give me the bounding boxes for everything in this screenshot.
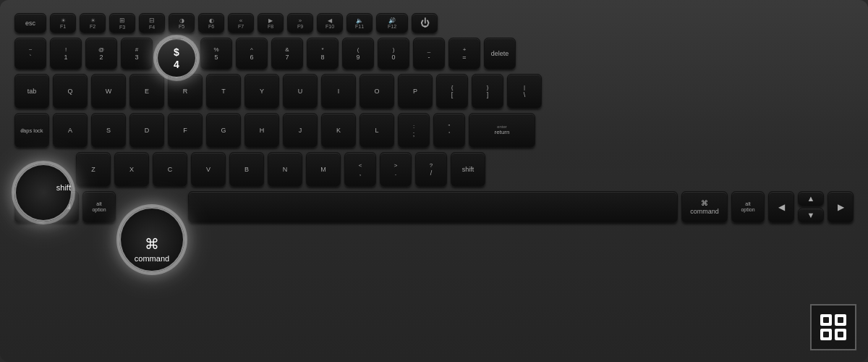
key-l[interactable]: L (359, 113, 394, 148)
key-f12[interactable]: 🔊F12 (376, 13, 408, 33)
key-i[interactable]: I (321, 74, 356, 109)
key-f8[interactable]: ▶F8 (258, 13, 284, 33)
key-f3[interactable]: ⊞F3 (109, 13, 135, 33)
key-b[interactable]: B (229, 152, 264, 187)
key-lbracket[interactable]: {[ (436, 74, 468, 109)
key-f4[interactable]: ⊟F4 (139, 13, 165, 33)
key-backslash[interactable]: |\ (507, 74, 542, 109)
key-semicolon[interactable]: :; (398, 113, 430, 148)
key-arrow-right[interactable]: ▶ (827, 191, 854, 223)
key-shift-left-highlighted[interactable]: shift (14, 164, 72, 222)
svg-rect-6 (823, 332, 829, 337)
key-0[interactable]: )0 (378, 38, 409, 70)
key-arrow-up[interactable]: ▲ (798, 191, 824, 206)
key-rbracket[interactable]: }] (472, 74, 503, 109)
key-period[interactable]: >. (380, 152, 412, 187)
key-c[interactable]: C (153, 152, 187, 187)
key-u[interactable]: U (283, 74, 318, 109)
key-s[interactable]: S (91, 113, 126, 148)
key-command-left-highlighted[interactable]: ⌘ command (119, 207, 184, 272)
key-comma[interactable]: <, (344, 152, 376, 187)
svg-rect-4 (823, 317, 829, 323)
key-f11[interactable]: 🔈F11 (346, 13, 373, 33)
asdf-row: caps lock A S D F G H J K L :; "' enter … (14, 113, 854, 148)
svg-rect-7 (838, 332, 843, 337)
key-caps-lock[interactable]: caps lock (14, 113, 49, 148)
key-y[interactable]: Y (244, 74, 279, 109)
key-t[interactable]: T (206, 74, 241, 109)
key-1[interactable]: !1 (50, 38, 82, 70)
key-q[interactable]: Q (53, 74, 88, 109)
key-a[interactable]: A (53, 113, 88, 148)
key-v[interactable]: V (191, 152, 226, 187)
key-j[interactable]: J (283, 113, 318, 148)
watermark-icon (817, 311, 849, 343)
key-x[interactable]: X (114, 152, 149, 187)
key-f6[interactable]: ◐F6 (198, 13, 224, 33)
key-h[interactable]: H (244, 113, 279, 148)
key-g[interactable]: G (206, 113, 241, 148)
key-arrow-left[interactable]: ◀ (768, 191, 794, 223)
key-8[interactable]: *8 (307, 38, 339, 70)
key-equals[interactable]: += (448, 38, 480, 70)
key-command-right[interactable]: ⌘ command (681, 191, 728, 223)
key-z[interactable]: Z (76, 152, 111, 187)
number-key-row: ~` !1 @2 #3 $ 4 %5 ^6 &7 *8 (14, 38, 854, 70)
key-option-right[interactable]: altoption (731, 191, 765, 223)
key-p[interactable]: P (398, 74, 433, 109)
key-f1[interactable]: ☀F1 (50, 13, 76, 33)
key-o[interactable]: O (359, 74, 394, 109)
key-f7[interactable]: «F7 (228, 13, 254, 33)
keyboard: esc ☀F1 ☀F2 ⊞F3 ⊟F4 ◑F5 ◐F6 «F7 ▶F8 »F9 … (0, 0, 868, 362)
key-delete[interactable]: delete (484, 38, 516, 70)
key-4-highlighted[interactable]: $ 4 (156, 38, 197, 78)
key-m[interactable]: M (306, 152, 341, 187)
key-enter[interactable]: enter return (469, 113, 535, 148)
key-e[interactable]: E (129, 74, 164, 109)
key-6[interactable]: ^6 (236, 38, 268, 70)
key-f5[interactable]: ◑F5 (169, 13, 195, 33)
function-key-row: esc ☀F1 ☀F2 ⊞F3 ⊟F4 ◑F5 ◐F6 «F7 ▶F8 »F9 … (14, 13, 854, 33)
qwerty-row: tab Q W E R T Y U I O P {[ }] |\ (14, 74, 854, 109)
key-space[interactable] (188, 191, 678, 223)
key-f9[interactable]: »F9 (287, 13, 313, 33)
key-r[interactable]: R (168, 74, 203, 109)
key-f2[interactable]: ☀F2 (80, 13, 106, 33)
key-minus[interactable]: _- (413, 38, 445, 70)
key-9[interactable]: (9 (342, 38, 374, 70)
key-option-left[interactable]: altoption (82, 191, 116, 223)
key-esc[interactable]: esc (14, 13, 46, 33)
key-2[interactable]: @2 (85, 38, 117, 70)
key-tab[interactable]: tab (14, 74, 49, 109)
watermark-logo (810, 304, 856, 350)
key-quote[interactable]: "' (433, 113, 465, 148)
key-n[interactable]: N (268, 152, 302, 187)
key-arrow-down[interactable]: ▼ (798, 208, 824, 223)
key-3[interactable]: #3 (121, 38, 153, 70)
key-f10[interactable]: ◀F10 (317, 13, 343, 33)
zxcv-row: shift Z X C V B N M <, >. ?/ shift (14, 152, 854, 187)
key-power[interactable]: ⏻ (412, 13, 438, 33)
key-k[interactable]: K (321, 113, 356, 148)
key-d[interactable]: D (129, 113, 164, 148)
key-f[interactable]: F (168, 113, 203, 148)
key-5[interactable]: %5 (200, 38, 232, 70)
key-slash[interactable]: ?/ (415, 152, 447, 187)
bottom-row: fn control altoption ⌘ command ⌘ command… (14, 191, 854, 223)
key-shift-right[interactable]: shift (451, 152, 485, 187)
svg-rect-5 (838, 317, 843, 323)
key-w[interactable]: W (91, 74, 126, 109)
key-tilde[interactable]: ~` (14, 38, 46, 70)
key-7[interactable]: &7 (271, 38, 303, 70)
